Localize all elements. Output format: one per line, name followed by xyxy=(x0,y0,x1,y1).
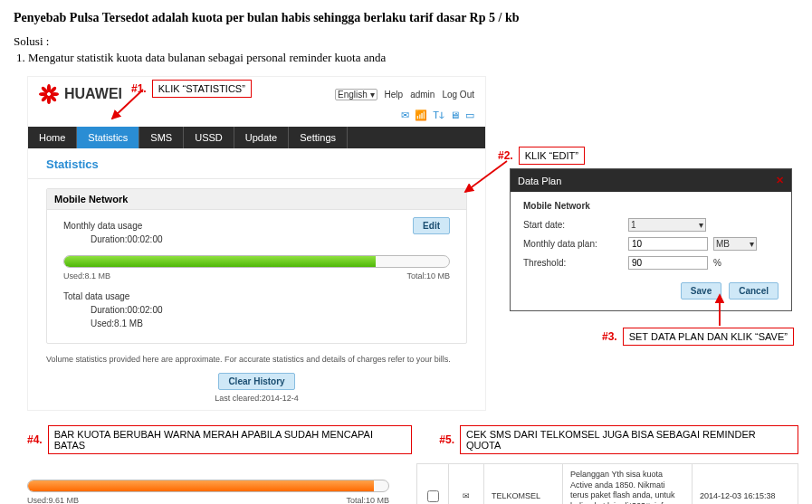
signal-icon: 📶 xyxy=(415,109,427,121)
mdp-input[interactable] xyxy=(628,237,708,251)
monthly-bar xyxy=(63,255,450,268)
edit-button[interactable]: Edit xyxy=(413,217,450,234)
sms-time: 2014-12-03 16:15:38 xyxy=(700,491,776,500)
top-links: English ▾ Help admin Log Out xyxy=(335,89,474,100)
total-duration: Duration:00:02:00 xyxy=(91,305,450,315)
threshold-input[interactable] xyxy=(628,256,708,270)
dialog-title: Data Plan xyxy=(518,176,561,186)
pc-icon: 🖥 xyxy=(450,109,460,121)
ann4-text: BAR KUOTA BERUBAH WARNA MERAH APABILA SU… xyxy=(48,425,413,454)
menu-sms[interactable]: SMS xyxy=(139,127,184,148)
battery-icon: ▭ xyxy=(465,109,474,121)
arrow-1 xyxy=(109,88,145,122)
clear-history-button[interactable]: Clear History xyxy=(218,373,294,390)
svg-line-9 xyxy=(465,161,507,192)
threshold-unit: % xyxy=(713,258,721,268)
sms-checkbox[interactable] xyxy=(427,490,439,502)
sms-body: Pelanggan Yth sisa kuota Active anda 185… xyxy=(570,470,675,504)
ann3-text: SET DATA PLAN DAN KLIK “SAVE” xyxy=(623,328,794,346)
step-1: 1. Mengatur statistik kuota data bulanan… xyxy=(16,51,798,65)
duration: Duration:00:02:00 xyxy=(91,234,413,244)
status-icons: ✉ 📶 Tↆ 🖥 ▭ xyxy=(28,109,485,127)
data-plan-dialog: Data Plan ✕ Mobile Network Start date: 1… xyxy=(510,168,792,311)
threshold-label: Threshold: xyxy=(523,258,623,268)
menu-ussd[interactable]: USSD xyxy=(184,127,234,148)
start-date-label: Start date: xyxy=(523,220,623,230)
mdp-label: Monthly data plan: xyxy=(523,239,623,249)
arrow-2 xyxy=(462,159,511,195)
user-link[interactable]: admin xyxy=(410,90,435,100)
network-icon: Tↆ xyxy=(433,109,444,121)
total-section: Total data usage xyxy=(63,291,450,301)
main-menu: Home Statistics SMS USSD Update Settings xyxy=(28,127,485,148)
envelope-icon: ✉ xyxy=(463,491,470,500)
last-cleared: Last cleared:2014-12-4 xyxy=(28,394,485,410)
arrow-3 xyxy=(712,293,727,328)
monthly-total: Total:10 MB xyxy=(406,271,450,281)
monthly-used: Used:8.1 MB xyxy=(63,271,110,281)
doc-title: Penyebab Pulsa Tersedot adalah kuota per… xyxy=(14,11,798,25)
page-heading: Statistics xyxy=(28,148,485,179)
mail-icon: ✉ xyxy=(401,109,409,121)
ann5-num: #5. xyxy=(439,433,454,446)
svg-line-0 xyxy=(112,90,143,119)
redbar-used: Used:9.61 MB xyxy=(27,496,79,504)
start-date-select[interactable]: 1▾ xyxy=(628,218,706,232)
lang-select[interactable]: English ▾ xyxy=(335,89,377,100)
monthly-label: Monthly data usage xyxy=(63,221,413,231)
panel-title: Mobile Network xyxy=(47,189,466,210)
huawei-logo-icon xyxy=(39,84,59,104)
solusi-label: Solusi : xyxy=(14,34,798,49)
logout-link[interactable]: Log Out xyxy=(442,90,474,100)
total-used: Used:8.1 MB xyxy=(91,319,450,328)
menu-update[interactable]: Update xyxy=(234,127,289,148)
ann3-num: #3. xyxy=(602,330,617,343)
menu-settings[interactable]: Settings xyxy=(289,127,348,148)
ann1-text: KLIK “STATISTICS” xyxy=(152,80,252,98)
menu-home[interactable]: Home xyxy=(28,127,77,148)
dialog-subtitle: Mobile Network xyxy=(523,201,779,211)
sms-sender: TELKOMSEL xyxy=(492,491,540,500)
cancel-button[interactable]: Cancel xyxy=(729,282,779,300)
ann2-text: KLIK “EDIT” xyxy=(519,147,585,165)
dialog-close-icon[interactable]: ✕ xyxy=(776,175,784,186)
mdp-unit-select[interactable]: MB▾ xyxy=(713,237,757,251)
quota-bar-red xyxy=(27,480,389,492)
disclaimer-note: Volume statistics provided here are appr… xyxy=(46,355,467,364)
help-link[interactable]: Help xyxy=(385,90,404,100)
huawei-admin-panel: HUAWEI English ▾ Help admin Log Out ✉ 📶 … xyxy=(27,76,486,411)
ann5-text: CEK SMS DARI TELKOMSEL JUGA BISA SEBAGAI… xyxy=(460,425,798,454)
ann4-num: #4. xyxy=(27,433,43,446)
sms-row: ✉ TELKOMSEL Pelanggan Yth sisa kuota Act… xyxy=(416,463,798,504)
menu-statistics[interactable]: Statistics xyxy=(77,127,139,148)
redbar-total: Total:10 MB xyxy=(346,496,389,504)
mobile-network-panel: Mobile Network Monthly data usage Durati… xyxy=(46,188,467,344)
